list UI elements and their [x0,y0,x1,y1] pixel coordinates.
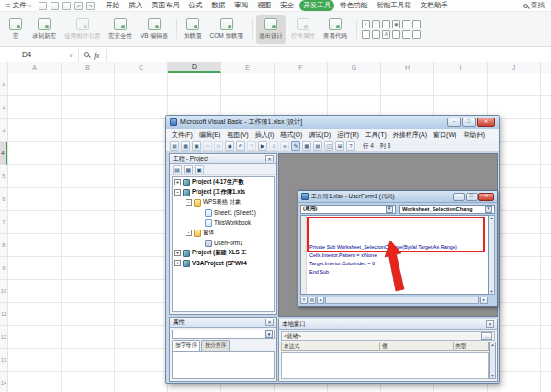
vbe-menu-item[interactable]: 工具(T) [363,129,389,140]
vbe-toolbar-icon[interactable]: ◫ [324,141,333,151]
project-tree-item[interactable]: + Project (4-17生产数 [173,177,274,187]
row-header[interactable]: 9 [0,257,7,280]
row-header[interactable]: 7 [0,211,7,234]
vbe-toolbar-icon[interactable]: ↷ [247,141,256,151]
locals-column-header[interactable]: 表达式 [281,342,380,351]
ribbon-button[interactable]: 退出设计 [256,15,286,44]
quick-access-icon[interactable]: ↷ [86,2,95,10]
ellipsis-button[interactable]: … [481,332,492,340]
form-control-icon[interactable] [412,30,421,39]
fx-icon[interactable]: fx [94,50,100,60]
ribbon-button[interactable]: 控件属性 [288,15,318,44]
project-tree-item[interactable]: UserForm1 [173,238,274,248]
project-tree-item[interactable]: Sheet1 (Sheet1) [173,207,274,218]
row-header[interactable]: 3 [0,119,7,142]
magnifier-icon[interactable] [84,52,89,57]
ribbon-button[interactable]: 查看代码 [320,15,350,44]
form-control-icon[interactable] [402,30,410,39]
ribbon-tab[interactable]: 插入 [125,0,146,11]
project-toolbar-icon[interactable]: ▤ [173,165,182,174]
properties-object-dropdown[interactable]: ▼ [172,330,275,339]
procedure-dropdown[interactable]: Worksheet_SelectionChang ▼ [399,205,495,214]
form-control-icon[interactable] [382,20,390,28]
object-dropdown[interactable]: (通用) ▼ [300,205,396,214]
column-header[interactable]: C [115,62,168,73]
column-header[interactable]: E [221,62,275,73]
vertical-scrollbar[interactable]: ▲ ▼ [489,215,495,295]
project-panel-header[interactable]: 工程 - Project ✕ [170,154,276,164]
procedure-view-icon[interactable]: ≡ [300,297,308,304]
column-header[interactable]: F [275,62,328,73]
project-tree-item[interactable]: - Project (工作簿1.xls [173,187,274,197]
column-header[interactable]: B [62,62,115,73]
scroll-right-icon[interactable]: ▸ [480,297,488,304]
name-box[interactable]: D4 ∨ [0,48,79,62]
ribbon-tab[interactable]: 文档助手 [417,0,452,11]
row-header[interactable]: 8 [0,234,7,257]
vbe-menu-item[interactable]: 外接程序(A) [390,129,430,140]
vbe-toolbar-icon[interactable]: ▤ [313,141,322,151]
form-control-icon[interactable]: ✓ [362,20,370,28]
row-header[interactable]: 5 [0,165,7,188]
scroll-down-icon[interactable]: ▼ [490,289,494,294]
locals-panel-header[interactable]: 本地窗口 ✕ [279,319,497,330]
ribbon-tab[interactable]: 安全 [276,0,298,11]
close-icon[interactable]: ✕ [265,319,274,326]
ribbon-button[interactable]: COM 加载项 [207,15,245,44]
vbe-toolbar-icon[interactable]: ‖ [269,141,278,151]
row-header[interactable]: 14 [0,372,7,392]
project-toolbar-icon[interactable]: ▣ [195,165,204,174]
scroll-up-icon[interactable]: ▲ [491,342,495,347]
form-control-icon[interactable] [362,30,370,39]
expander-icon[interactable]: - [186,230,192,236]
form-control-icon[interactable] [412,20,421,28]
vbe-toolbar-icon[interactable]: ✎ [291,141,300,151]
properties-tab[interactable]: 按字母序 [172,340,200,351]
locals-column-header[interactable]: 类型 [454,342,489,351]
vbe-menu-item[interactable]: 运行(R) [334,129,362,140]
project-tree-item[interactable]: - 窗体 [173,228,274,238]
project-tree-item[interactable]: + VBAProject (SPW04 [173,258,274,268]
column-header[interactable]: I [434,62,488,73]
quick-access-icon[interactable]: ↶ [74,2,83,10]
vbe-menu-item[interactable]: 文件(F) [169,129,196,140]
properties-tab[interactable]: 按分类序 [201,340,230,351]
close-icon[interactable]: ✕ [265,155,274,162]
locals-column-header[interactable]: 值 [380,342,454,351]
column-header[interactable]: D [168,62,221,73]
vbe-menu-item[interactable]: 格式(O) [277,129,305,140]
ribbon-button[interactable]: VB 编辑器 [138,15,171,44]
ribbon-tab[interactable]: 智能工具箱 [373,0,415,11]
ribbon-tab[interactable]: 公式 [185,0,206,11]
vbe-toolbar-icon[interactable]: ▤ [170,141,179,151]
select-all-corner[interactable] [0,62,8,73]
row-header[interactable]: 1 [0,73,7,96]
ribbon-tab[interactable]: 页面布局 [148,0,183,11]
properties-list[interactable] [172,351,275,379]
vbe-menu-item[interactable]: 编辑(E) [197,129,223,140]
project-toolbar-icon[interactable]: ▦ [184,165,193,174]
ribbon-tab[interactable]: 开始 [102,0,123,11]
search-box[interactable]: 查找 [523,1,545,10]
form-control-icon[interactable] [392,30,400,39]
form-control-icon[interactable] [372,30,380,39]
maximize-button[interactable]: □ [466,193,478,201]
vbe-menu-item[interactable]: 插入(I) [253,129,277,140]
row-header[interactable]: 12 [0,326,7,349]
quick-access-icon[interactable] [39,2,47,10]
expander-icon[interactable]: + [174,179,181,185]
ribbon-tab[interactable]: 特色功能 [336,0,371,11]
column-header[interactable]: G [328,62,381,73]
code-window-titlebar[interactable]: 工作簿1.xlsx - UserForm1 (代码) – □ ✕ [298,191,497,203]
vertical-scrollbar[interactable]: ▲ ▼ [489,342,496,379]
scroll-down-icon[interactable]: ▼ [491,374,495,378]
form-control-icon[interactable] [372,20,380,28]
vbe-toolbar-icon[interactable]: ⧉ [214,141,223,151]
ribbon-button[interactable]: 宏 [5,15,27,44]
vbe-toolbar-icon[interactable]: ▦ [181,141,190,151]
quick-access-icon[interactable] [51,2,59,10]
column-header[interactable]: H [381,62,434,73]
vbe-titlebar[interactable]: Microsoft Visual Basic - 工作簿1.xlsx [设计] … [166,116,499,129]
vbe-toolbar-icon[interactable]: ▶ [258,141,267,151]
full-module-view-icon[interactable]: ▤ [309,297,316,304]
